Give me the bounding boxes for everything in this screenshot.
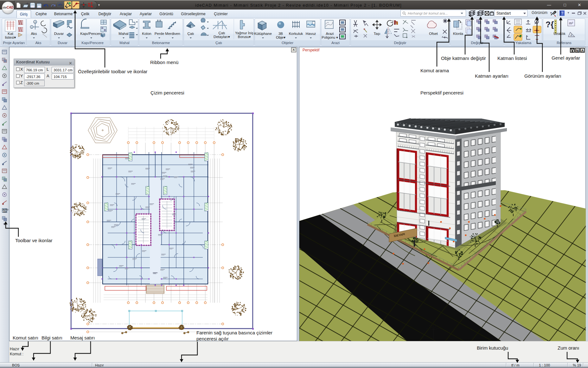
svg-text:Havuz: Havuz	[306, 32, 316, 36]
svg-text:Korkuluk: Korkuluk	[289, 32, 303, 36]
svg-text:Arazi: Arazi	[331, 41, 340, 45]
svg-text:∠: ∠	[570, 34, 572, 36]
svg-text:Duvar: Duvar	[54, 32, 64, 36]
svg-text:Duvar: Duvar	[58, 41, 67, 45]
svg-text:Borusu▾: Borusu▾	[238, 35, 251, 39]
svg-text:m²: m²	[569, 21, 573, 25]
svg-text:listesi▾: listesi▾	[5, 36, 16, 39]
svg-text:Değiştir: Değiştir	[394, 41, 406, 45]
svg-text:AUTO: AUTO	[3, 209, 8, 211]
svg-text:Taşı: Taşı	[374, 32, 380, 36]
svg-text:Proje Ayarları: Proje Ayarları	[3, 41, 25, 45]
svg-text:Aks: Aks	[31, 32, 37, 36]
svg-text:Perde: Perde	[155, 32, 164, 36]
svg-text:Ofset: Ofset	[429, 32, 438, 36]
svg-text:Yakalama: Yakalama	[515, 41, 532, 45]
svg-text:Obje▾: Obje▾	[276, 36, 285, 39]
svg-text:Mahal: Mahal	[119, 41, 129, 45]
svg-text:?: ?	[561, 11, 563, 16]
svg-text:?{: ?{	[546, 20, 554, 29]
svg-text:Çatı: Çatı	[215, 41, 222, 45]
svg-text:Klonla: Klonla	[453, 32, 463, 36]
svg-text:Betonarme: Betonarme	[152, 41, 170, 45]
svg-text:Mahal: Mahal	[118, 32, 128, 36]
svg-text:Merdiven: Merdiven	[165, 32, 180, 36]
svg-text:Arazi: Arazi	[326, 32, 334, 36]
svg-text:ABC: ABC	[3, 211, 7, 213]
svg-text:Poligonu ▾: Poligonu ▾	[322, 36, 338, 39]
svg-text:Yağmur İniş: Yağmur İniş	[235, 31, 253, 35]
svg-text:Referans: Referans	[557, 41, 572, 45]
svg-text:Çatı: Çatı	[218, 31, 225, 35]
svg-text:Kapı/Pencere: Kapı/Pencere	[81, 41, 104, 45]
svg-text:Çatı: Çatı	[187, 32, 194, 36]
svg-text:Kolon: Kolon	[142, 32, 151, 36]
svg-text:Objeler: Objeler	[282, 41, 293, 45]
svg-text:Kat: Kat	[8, 32, 13, 36]
svg-text:Kapı/Pencere: Kapı/Pencere	[80, 32, 102, 36]
svg-text:1: 1	[31, 26, 32, 28]
svg-text:Uzaklık: Uzaklık	[553, 32, 566, 36]
svg-text:A: A	[35, 21, 36, 23]
svg-text:Detayları▾: Detayları▾	[214, 35, 230, 39]
svg-text:3B: 3B	[278, 32, 283, 36]
svg-text:Aks: Aks	[35, 41, 41, 45]
svg-text:Kütüphane: Kütüphane	[254, 32, 272, 36]
svg-text:Değiştir: Değiştir	[471, 41, 483, 45]
